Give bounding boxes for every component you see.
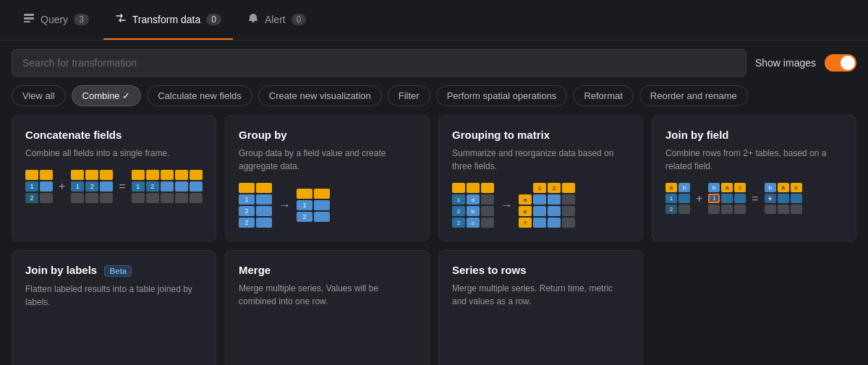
tab-transform[interactable]: Transform data 0 [103,0,233,40]
show-images-label: Show images [755,57,816,69]
svg-rect-2 [24,21,30,22]
query-icon [23,12,35,27]
show-images-toggle[interactable] [825,54,856,72]
pill-view-all[interactable]: View all [12,85,66,106]
pill-spatial[interactable]: Perform spatial operations [436,85,568,106]
card-series-rows-desc: Merge multiple series. Return time, metr… [452,282,629,308]
card-join-field-title: Join by field [665,129,843,141]
card-concatenate-visual: 1 2 + 1 2 [25,170,203,203]
pill-filter[interactable]: Filter [388,85,430,106]
card-series-rows[interactable]: Series to rows Merge multiple series. Re… [438,250,643,365]
pill-create-viz[interactable]: Create new visualization [258,85,382,106]
filter-row: View all Combine ✓ Calculate new fields … [0,85,868,115]
alert-icon [247,12,259,27]
card-join-labels[interactable]: Join by labels Beta Flatten labeled resu… [12,250,216,365]
cards-container: Concatenate fields Combine all fields in… [0,115,868,365]
equals-icon: = [117,180,127,193]
pill-reorder[interactable]: Reorder and rename [639,85,748,106]
search-row: Show images [0,40,868,85]
card-groupby-title: Group by [239,129,416,141]
pill-calc-fields[interactable]: Calculate new fields [147,85,252,106]
card-grouping-matrix-desc: Summarize and reorganize data based on t… [452,147,629,173]
tab-alert-badge: 0 [292,14,307,25]
toggle-knob [841,56,855,70]
tab-query[interactable]: Query 3 [12,0,101,40]
search-input[interactable] [12,49,746,77]
card-join-labels-desc: Flatten labeled results into a table joi… [25,283,203,309]
card-groupby-desc: Group data by a field value and create a… [239,147,416,173]
card-concatenate-desc: Combine all fields into a single frame. [25,147,203,160]
beta-badge: Beta [104,265,132,277]
card-merge[interactable]: Merge Merge multiple series. Values will… [225,250,430,365]
card-join-field[interactable]: Join by field Combine rows from 2+ table… [652,115,856,241]
tab-query-badge: 3 [74,14,89,25]
card-join-field-visual: a b 1 2 + b a c [665,183,843,214]
tab-transform-badge: 0 [206,14,221,25]
card-merge-title: Merge [239,264,416,276]
card-join-field-desc: Combine rows from 2+ tables, based on a … [665,147,843,173]
tab-transform-label: Transform data [132,14,200,25]
card-merge-desc: Merge multiple series. Values will be co… [239,282,416,308]
transform-icon [115,12,127,27]
card-groupby-visual: 1 2 2 → 1 [239,183,416,228]
plus-icon: + [57,180,67,193]
card-series-rows-title: Series to rows [452,264,629,276]
card-groupby[interactable]: Group by Group data by a field value and… [225,115,430,241]
tab-alert-label: Alert [265,14,286,25]
pill-reformat[interactable]: Reformat [573,85,633,106]
card-grouping-matrix-title: Grouping to matrix [452,129,629,141]
svg-rect-1 [24,17,34,20]
top-nav: Query 3 Transform data 0 Alert 0 [0,0,868,40]
equals-icon-2: = [750,192,760,205]
card-grouping-matrix[interactable]: Grouping to matrix Summarize and reorgan… [438,115,643,241]
pill-combine[interactable]: Combine ✓ [72,85,142,106]
svg-rect-0 [24,14,34,16]
card-grouping-matrix-visual: 1 d 2 b 2 c → 1 [452,183,629,228]
card-concatenate[interactable]: Concatenate fields Combine all fields in… [12,115,216,241]
card-join-labels-title: Join by labels Beta [25,264,203,277]
card-concatenate-title: Concatenate fields [25,129,203,141]
tab-query-label: Query [41,14,68,25]
tab-alert[interactable]: Alert 0 [236,0,318,40]
plus-icon-2: + [694,192,704,205]
